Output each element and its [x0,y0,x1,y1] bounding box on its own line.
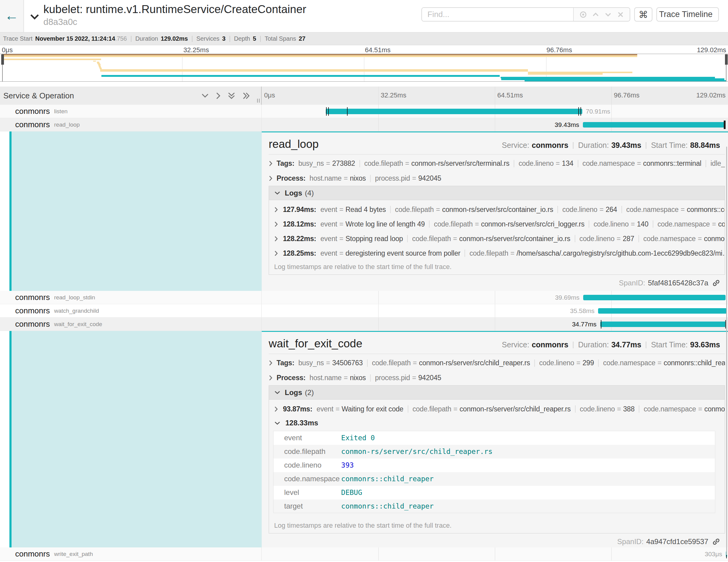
service-label: Service: [502,141,529,150]
process-accordian[interactable]: Process: host.name=nixos process.pid=942… [269,374,725,382]
log-entry[interactable]: 128.12ms: event=Wrote log line of length… [269,217,725,231]
minimap-canvas[interactable] [0,54,728,82]
copy-link-icon[interactable] [712,538,720,546]
trace-start-value: November 15 2022, 11:24:14.756 [35,35,127,42]
span-bar[interactable] [598,308,727,314]
tag-key: code.filepath [372,359,411,367]
service-name: conmonrs [15,319,50,329]
expand-all-icon[interactable] [242,92,250,100]
timeline-gridline [378,304,379,317]
logs-footer-note: Log timestamps are relative to the start… [269,519,725,533]
clear-search-icon[interactable] [616,10,625,19]
log-marker-tick [580,107,581,116]
field-divider [575,235,575,242]
tag-key: code.filepath [364,159,403,168]
span-row-listen[interactable]: conmonrs listen 70.91ms [0,105,728,118]
log-entry[interactable]: 128.25ms: event=deregistering event sour… [269,246,725,261]
process-accordian[interactable]: Process: host.name=nixos process.pid=942… [269,174,725,182]
span-row-write-exit-path[interactable]: conmonrs write_exit_path 303μs [0,547,728,561]
trace-view-selector[interactable]: Trace Timeline [656,7,719,22]
log-entry[interactable]: 93.87ms: event=Waiting for exit code cod… [269,402,725,416]
ruler-tick-2: 64.51ms [365,46,390,54]
column-resizer-handle[interactable] [257,99,260,103]
collapse-title-chevron-icon[interactable] [30,14,39,20]
equals-sign: = [681,206,685,214]
log-entry-expanded[interactable]: 128.33ms [269,416,725,430]
services-value: 3 [222,35,226,42]
divider [269,154,725,155]
copy-link-icon[interactable] [712,279,720,287]
logs-accordian: Logs (4) 127.94ms: event=Read 4 bytes co… [269,186,725,275]
span-id-row: SpanID: 4a947cfd1ce59537 [269,533,725,546]
range-scrubber-left[interactable] [2,54,3,81]
collapse-all-icon[interactable] [228,92,235,100]
field-divider [131,36,131,42]
back-button[interactable]: ← [0,0,24,32]
span-bar[interactable] [583,295,726,300]
span-row-wait-for-exit-code[interactable]: conmonrs wait_for_exit_code 34.77ms [0,318,728,331]
span-row-read-loop-stdin[interactable]: conmonrs read_loop_stdin 39.69ms [0,291,728,304]
process-key: process.pid [375,374,410,382]
detail-left-pad [0,331,9,547]
service-name: conmonrs [15,549,50,559]
tag-key: busy_ns [298,159,324,168]
timeline-gridline [378,291,379,304]
span-timeline-cell[interactable]: 303μs [262,547,728,560]
field-key: target [274,499,340,513]
minimap-span-line [525,80,726,81]
span-name-cell[interactable]: conmonrs watch_grandchild [0,304,262,317]
span-row-read-loop[interactable]: conmonrs read_loop 39.43ms [0,118,728,131]
timeline-tick-3: 96.76ms [614,91,639,99]
collapse-one-icon[interactable] [201,93,209,98]
span-bar[interactable] [583,122,725,128]
find-input[interactable] [422,8,573,21]
log-entry[interactable]: 127.94ms: event=Read 4 bytes code.filepa… [269,202,725,217]
next-result-icon[interactable] [604,10,613,19]
detail-span-meta: Service:conmonrs Duration:39.43ms Start … [502,141,720,150]
logs-header[interactable]: Logs (4) [269,186,725,200]
span-name-cell[interactable]: conmonrs wait_for_exit_code [0,318,262,331]
match-highlight-icon[interactable] [579,10,588,19]
field-divider [598,359,599,367]
ruler-tick-3: 96.76ms [546,46,572,54]
log-entry[interactable]: 128.22ms: event=Stopping read loop code.… [269,231,725,246]
field-value: 393 [340,458,715,472]
minimap-span-line [603,72,632,73]
equals-sign: = [335,405,339,413]
total-spans-value: 27 [299,35,305,42]
span-bar[interactable] [600,322,726,327]
field-divider [578,160,578,167]
detail-accent-column [12,131,262,291]
span-timeline-cell[interactable]: 39.43ms [262,118,728,131]
field-divider [260,36,261,42]
logs-header[interactable]: Logs (2) [269,386,725,400]
table-row: event Exited 0 [274,431,715,445]
span-timeline-cell[interactable]: 39.69ms [262,291,728,304]
field-key: code.namespace [274,472,340,486]
trace-minimap[interactable]: 0μs 32.25ms 64.51ms 96.76ms 129.02ms [0,45,728,82]
span-name-cell[interactable]: conmonrs read_loop_stdin [0,291,262,304]
minimap-spans [2,54,726,81]
span-name-cell[interactable]: conmonrs read_loop [0,118,262,131]
timeline-gridline [378,87,379,105]
span-row-watch-grandchild[interactable]: conmonrs watch_grandchild 35.58ms [0,304,728,318]
keyboard-shortcuts-button[interactable]: ⌘ [634,7,652,22]
span-name-cell[interactable]: conmonrs listen [0,105,262,118]
span-timeline-cell[interactable]: 70.91ms [262,105,728,118]
equals-sign: = [475,220,479,228]
chevron-right-icon [274,236,278,242]
logs-label: Logs [285,388,302,397]
expand-one-icon[interactable] [216,92,221,100]
tags-accordian[interactable]: Tags: busy_ns=273882 code.filepath=conmo… [269,159,725,168]
log-marker-tick [725,121,726,129]
span-timeline-cell[interactable]: 35.58ms [262,304,728,317]
span-name-cell[interactable]: conmonrs write_exit_path [0,547,262,560]
span-bar[interactable] [326,109,582,114]
scrollbar-thumb[interactable] [726,147,727,555]
chevron-down-icon [274,421,281,425]
process-key: process.pid [375,174,410,182]
tags-accordian[interactable]: Tags: busy_ns=34506763 code.filepath=con… [269,359,725,367]
range-scrubber-right[interactable] [726,54,726,81]
prev-result-icon[interactable] [591,10,600,19]
span-timeline-cell[interactable]: 34.77ms [262,318,728,331]
